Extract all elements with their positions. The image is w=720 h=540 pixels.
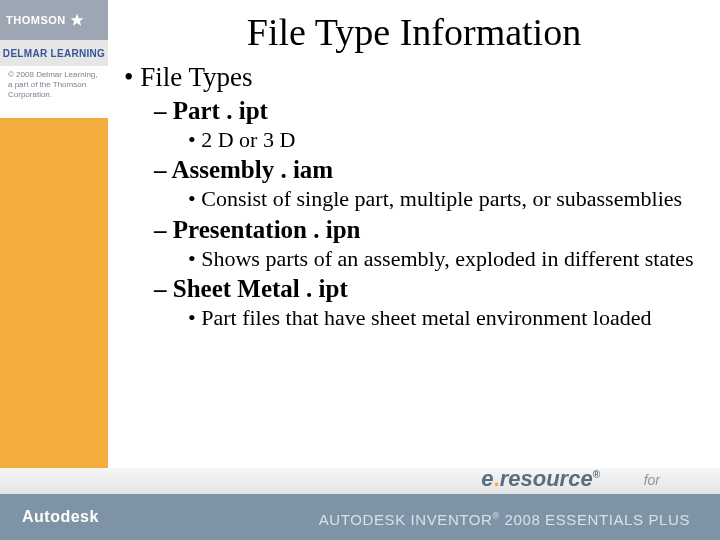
autodesk-logo-text: Autodesk xyxy=(22,508,99,526)
content: File Type Information File Types Part . … xyxy=(124,10,704,466)
star-icon xyxy=(70,13,84,27)
eresource-logo: e.resource® xyxy=(481,466,600,492)
footer-top-strip xyxy=(0,468,720,494)
item-assembly-sub: Consist of single part, multiple parts, … xyxy=(188,186,704,211)
sidebar-accent xyxy=(0,118,108,468)
thomson-label: THOMSON xyxy=(6,14,66,26)
copyright-text: © 2008 Delmar Learning, a part of the Th… xyxy=(0,66,108,110)
for-label: for xyxy=(644,472,660,488)
sidebar: THOMSON DELMAR LEARNING © 2008 Delmar Le… xyxy=(0,0,108,540)
item-assembly: Assembly . iam xyxy=(154,156,704,184)
eresource-rest: resource xyxy=(500,466,593,491)
inventor-suffix: 2008 ESSENTIALS PLUS xyxy=(500,511,690,528)
item-part: Part . ipt xyxy=(154,97,704,125)
eresource-e: e xyxy=(481,466,493,491)
slide: THOMSON DELMAR LEARNING © 2008 Delmar Le… xyxy=(0,0,720,540)
slide-title: File Type Information xyxy=(124,10,704,54)
inventor-reg: ® xyxy=(493,511,500,521)
inventor-line: AUTODESK INVENTOR® 2008 ESSENTIALS PLUS xyxy=(319,511,690,528)
item-presentation: Presentation . ipn xyxy=(154,216,704,244)
brand-delmar-bar: DELMAR LEARNING xyxy=(0,40,108,66)
item-sheetmetal: Sheet Metal . ipt xyxy=(154,275,704,303)
eresource-reg: ® xyxy=(593,469,600,480)
item-sheetmetal-sub: Part files that have sheet metal environ… xyxy=(188,305,704,330)
heading-file-types: File Types xyxy=(124,62,704,93)
footer: Autodesk e.resource® for AUTODESK INVENT… xyxy=(0,468,720,540)
item-part-sub: 2 D or 3 D xyxy=(188,127,704,152)
delmar-label: DELMAR LEARNING xyxy=(3,48,105,59)
brand-thomson-bar: THOMSON xyxy=(0,0,108,40)
inventor-name: AUTODESK INVENTOR xyxy=(319,511,493,528)
svg-marker-0 xyxy=(70,14,83,26)
item-presentation-sub: Shows parts of an assembly, exploded in … xyxy=(188,246,704,271)
